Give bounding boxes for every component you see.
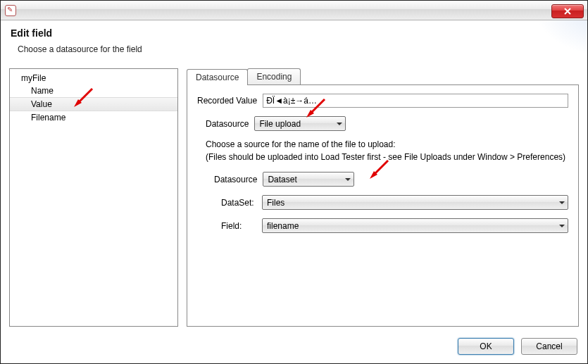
ok-button[interactable]: OK — [458, 338, 514, 355]
field-value: filename — [267, 221, 299, 231]
app-icon — [5, 5, 16, 16]
row-datasource: Datasource File upload — [206, 116, 568, 131]
field-label: Field: — [221, 221, 256, 231]
row-recorded-value: Recorded Value — [197, 94, 568, 108]
recorded-value-label: Recorded Value — [197, 96, 257, 106]
datasource-select[interactable]: File upload — [254, 116, 346, 131]
dialog-footer: OK Cancel — [1, 331, 587, 363]
right-pane: Datasource Encoding Recorded Value Datas… — [187, 68, 579, 327]
field-select[interactable]: filename — [262, 218, 568, 233]
dataset-label: DataSet: — [221, 198, 256, 208]
dialog-subtitle: Choose a datasource for the field — [18, 44, 577, 54]
row-inner-datasource: Datasource Dataset — [214, 172, 568, 187]
titlebar — [1, 1, 587, 20]
inner-datasource-select[interactable]: Dataset — [263, 172, 354, 187]
upload-hint-line2: (Files should be uploaded into Load Test… — [206, 152, 568, 162]
datasource-label: Datasource — [206, 119, 249, 129]
row-field: Field: filename — [221, 218, 568, 233]
chevron-down-icon — [337, 123, 342, 125]
tree-root[interactable]: myFile — [10, 72, 177, 84]
dialog-title: Edit field — [11, 27, 577, 39]
close-icon — [564, 8, 571, 15]
datasource-value: File upload — [259, 119, 301, 129]
tab-encoding[interactable]: Encoding — [247, 68, 301, 84]
chevron-down-icon — [345, 178, 351, 181]
tree-item-filename[interactable]: Filename — [10, 111, 177, 124]
chevron-down-icon — [559, 201, 565, 204]
inner-datasource-value: Dataset — [268, 175, 296, 184]
dialog-header: Edit field Choose a datasource for the f… — [1, 20, 587, 64]
tree-item-name[interactable]: Name — [10, 84, 177, 97]
field-tree[interactable]: myFile Name Value Filename — [9, 68, 178, 327]
close-button[interactable] — [551, 4, 584, 18]
tab-panel-datasource: Recorded Value Datasource File upload Ch… — [187, 84, 579, 327]
dataset-select[interactable]: Files — [262, 195, 568, 210]
tab-datasource[interactable]: Datasource — [187, 69, 248, 85]
dataset-value: Files — [267, 198, 284, 208]
dialog-body: myFile Name Value Filename Datasource En… — [1, 64, 587, 331]
row-dataset: DataSet: Files — [221, 195, 568, 210]
cancel-button[interactable]: Cancel — [521, 338, 577, 355]
edit-field-dialog: Edit field Choose a datasource for the f… — [0, 0, 588, 364]
upload-hint-line1: Choose a source for the name of the file… — [206, 139, 568, 149]
recorded-value-input[interactable] — [263, 94, 568, 108]
chevron-down-icon — [559, 225, 565, 227]
inner-datasource-label: Datasource — [214, 175, 257, 184]
tab-strip: Datasource Encoding — [187, 68, 579, 84]
tree-item-value[interactable]: Value — [10, 97, 177, 111]
